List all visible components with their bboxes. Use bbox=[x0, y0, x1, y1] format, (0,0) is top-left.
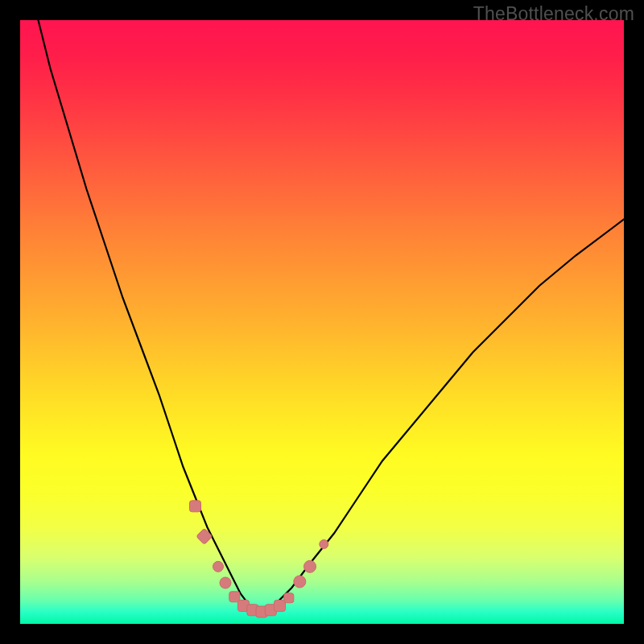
curve-marker bbox=[213, 561, 224, 572]
chart-frame: TheBottleneck.com bbox=[0, 0, 644, 644]
curve-marker bbox=[229, 592, 240, 602]
curve-marker bbox=[275, 601, 286, 612]
chart-svg bbox=[20, 20, 624, 624]
watermark-label: TheBottleneck.com bbox=[473, 3, 634, 25]
curve-marker bbox=[190, 501, 201, 512]
curve-marker bbox=[284, 593, 294, 603]
curve-marker bbox=[304, 560, 316, 572]
bottleneck-curve bbox=[39, 20, 625, 612]
curve-marker bbox=[320, 540, 328, 549]
curve-marker bbox=[220, 577, 231, 588]
curve-marker bbox=[294, 576, 306, 588]
chart-plot-area bbox=[20, 20, 624, 624]
